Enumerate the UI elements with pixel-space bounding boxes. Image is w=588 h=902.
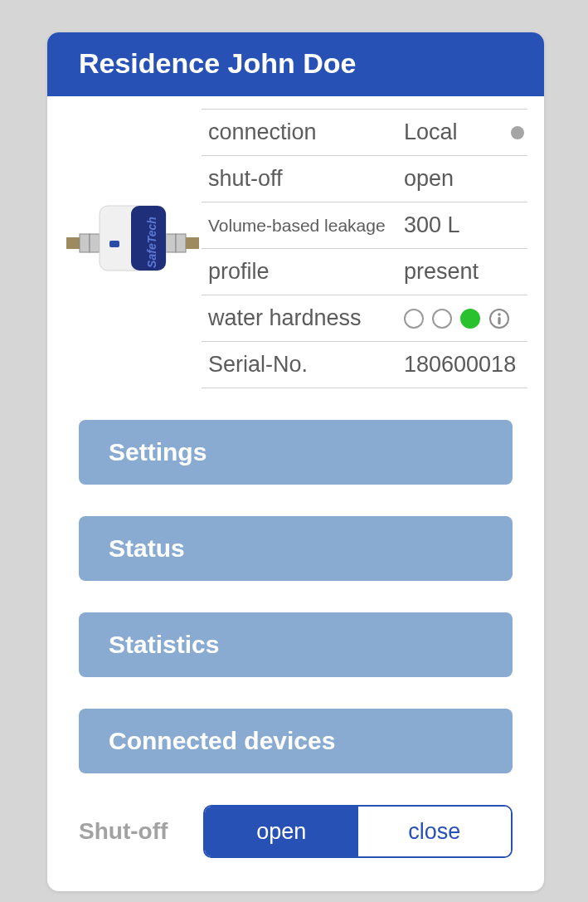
prop-label: profile bbox=[208, 259, 404, 285]
status-button[interactable]: Status bbox=[79, 516, 513, 581]
device-image: SafeTech bbox=[64, 201, 202, 284]
prop-row-connection: connection Local bbox=[202, 109, 527, 156]
shutoff-close-button[interactable]: close bbox=[358, 807, 512, 856]
hardness-indicator bbox=[404, 308, 527, 329]
prop-label: Serial-No. bbox=[208, 352, 404, 378]
device-summary: SafeTech connection Local shut-off open … bbox=[47, 96, 544, 388]
svg-rect-4 bbox=[176, 234, 186, 252]
card-header: Residence John Doe bbox=[47, 32, 544, 96]
prop-row-leakage: Volume-based leakage 300 L bbox=[202, 202, 527, 249]
hardness-dot-3 bbox=[460, 309, 480, 329]
prop-row-profile: profile present bbox=[202, 248, 527, 295]
shutoff-control: Shut-off open close bbox=[47, 805, 544, 858]
prop-label: Volume-based leakage bbox=[208, 216, 404, 236]
svg-rect-0 bbox=[66, 237, 80, 249]
svg-rect-3 bbox=[166, 234, 176, 252]
settings-button[interactable]: Settings bbox=[79, 420, 513, 485]
prop-label: connection bbox=[208, 119, 404, 145]
svg-rect-9 bbox=[109, 241, 119, 247]
card-title: Residence John Doe bbox=[79, 47, 356, 79]
prop-label: water hardness bbox=[208, 305, 404, 331]
svg-rect-2 bbox=[90, 234, 100, 252]
device-card: Residence John Doe SafeTech bbox=[47, 32, 544, 891]
shutoff-segmented: open close bbox=[203, 805, 513, 858]
prop-row-shutoff: shut-off open bbox=[202, 155, 527, 202]
properties-table: connection Local shut-off open Volume-ba… bbox=[202, 110, 527, 388]
connected-devices-button[interactable]: Connected devices bbox=[79, 709, 513, 773]
svg-rect-5 bbox=[186, 237, 199, 249]
prop-row-serial: Serial-No. 180600018 bbox=[202, 341, 527, 388]
prop-value: 300 L bbox=[404, 212, 527, 238]
hardness-dot-1 bbox=[404, 309, 424, 329]
shutoff-open-button[interactable]: open bbox=[205, 807, 358, 856]
connection-status-dot bbox=[511, 126, 524, 139]
prop-value: Local bbox=[404, 119, 511, 145]
prop-value: 180600018 bbox=[404, 352, 527, 378]
menu-section: Settings Status Statistics Connected dev… bbox=[47, 388, 544, 773]
info-icon[interactable] bbox=[488, 308, 510, 329]
statistics-button[interactable]: Statistics bbox=[79, 612, 513, 677]
prop-value: open bbox=[404, 166, 527, 192]
prop-label: shut-off bbox=[208, 166, 404, 192]
svg-rect-12 bbox=[498, 317, 500, 324]
svg-text:SafeTech: SafeTech bbox=[145, 217, 158, 268]
hardness-dot-2 bbox=[432, 309, 452, 329]
prop-value: present bbox=[404, 259, 527, 285]
shutoff-label: Shut-off bbox=[79, 818, 203, 845]
svg-rect-1 bbox=[80, 234, 90, 252]
prop-row-hardness: water hardness bbox=[202, 295, 527, 342]
svg-point-11 bbox=[498, 313, 501, 316]
